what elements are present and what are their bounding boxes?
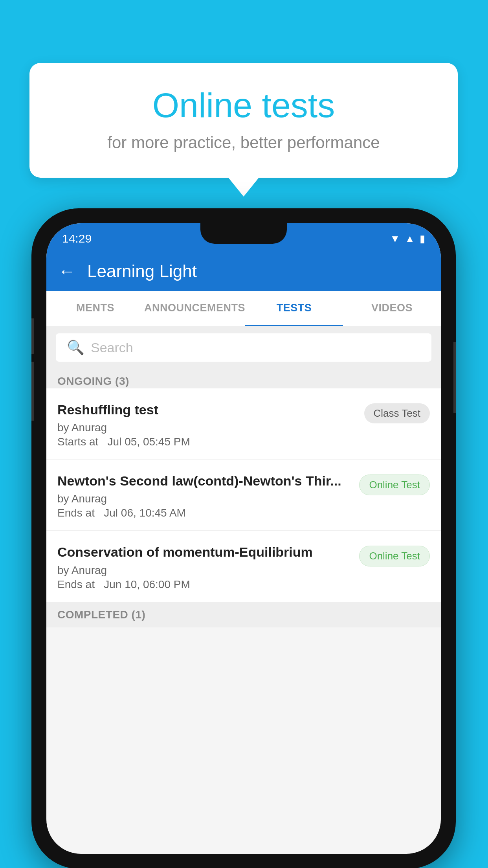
test-time-3: Ends at Jun 10, 06:00 PM <box>57 578 351 591</box>
bubble-subtitle: for more practice, better performance <box>61 133 426 152</box>
phone-notch <box>200 223 287 244</box>
test-time-2: Ends at Jul 06, 10:45 AM <box>57 507 351 519</box>
test-info-1: Reshuffling test by Anurag Starts at Jul… <box>57 401 364 448</box>
test-badge-2: Online Test <box>359 474 430 495</box>
test-item-3[interactable]: Conservation of momentum-Equilibrium by … <box>46 531 441 602</box>
status-time: 14:29 <box>62 232 92 245</box>
tab-videos[interactable]: VIDEOS <box>343 291 441 326</box>
side-button-left-1 <box>31 318 34 354</box>
search-placeholder: Search <box>91 340 133 355</box>
app-header: ← Learning Light <box>46 252 441 291</box>
tab-ments[interactable]: MENTS <box>46 291 144 326</box>
test-author-1: by Anurag <box>57 421 356 434</box>
speech-bubble: Online tests for more practice, better p… <box>29 63 458 178</box>
app-title: Learning Light <box>87 261 197 281</box>
side-button-right <box>453 342 456 413</box>
test-author-2: by Anurag <box>57 493 351 505</box>
tab-announcements[interactable]: ANNOUNCEMENTS <box>144 291 245 326</box>
test-info-2: Newton's Second law(contd)-Newton's Thir… <box>57 472 359 519</box>
phone-screen: 14:29 ▼ ▲ ▮ ← Learning Light MENTS ANNOU… <box>46 223 441 854</box>
test-item-2[interactable]: Newton's Second law(contd)-Newton's Thir… <box>46 460 441 531</box>
test-time-1: Starts at Jul 05, 05:45 PM <box>57 436 356 448</box>
test-name-1: Reshuffling test <box>57 401 356 418</box>
test-info-3: Conservation of momentum-Equilibrium by … <box>57 543 359 590</box>
test-list: Reshuffling test by Anurag Starts at Jul… <box>46 388 441 627</box>
side-button-left-2 <box>31 362 34 421</box>
test-name-2: Newton's Second law(contd)-Newton's Thir… <box>57 472 351 489</box>
back-button[interactable]: ← <box>58 261 75 281</box>
search-icon: 🔍 <box>67 339 84 356</box>
completed-section-label: COMPLETED (1) <box>46 602 441 627</box>
tab-tests[interactable]: TESTS <box>245 291 343 326</box>
test-badge-3: Online Test <box>359 546 430 566</box>
test-author-3: by Anurag <box>57 564 351 577</box>
wifi-icon: ▼ <box>390 233 400 245</box>
bubble-title: Online tests <box>61 86 426 125</box>
tab-bar: MENTS ANNOUNCEMENTS TESTS VIDEOS <box>46 291 441 326</box>
test-name-3: Conservation of momentum-Equilibrium <box>57 543 351 561</box>
battery-icon: ▮ <box>420 233 425 245</box>
status-icons: ▼ ▲ ▮ <box>390 233 425 245</box>
search-container: 🔍 Search <box>46 326 441 369</box>
signal-icon: ▲ <box>405 233 415 245</box>
test-badge-1: Class Test <box>364 403 430 423</box>
test-item-1[interactable]: Reshuffling test by Anurag Starts at Jul… <box>46 388 441 460</box>
search-bar[interactable]: 🔍 Search <box>56 333 431 362</box>
phone-frame: 14:29 ▼ ▲ ▮ ← Learning Light MENTS ANNOU… <box>31 208 456 868</box>
